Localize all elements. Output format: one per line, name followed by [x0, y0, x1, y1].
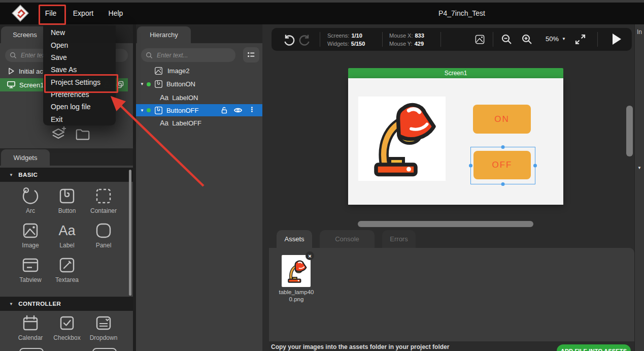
container-icon — [93, 186, 114, 206]
widget-textarea[interactable]: Textarea — [49, 255, 85, 283]
menu-item-project-settings[interactable]: Project Settings — [43, 76, 116, 88]
toolbar-separator — [440, 32, 441, 47]
menu-item-save[interactable]: Save — [43, 51, 116, 63]
add-button-label: ADD FILE INTO ASSETS — [561, 348, 627, 351]
state-dot — [147, 82, 151, 86]
label-aa-icon: Aa — [160, 93, 168, 102]
asset-thumbnail[interactable] — [282, 255, 311, 287]
selection-handle[interactable] — [501, 145, 505, 149]
screens-row-label: Screen1 — [19, 81, 44, 89]
button-icon — [153, 105, 164, 116]
menu-item-exit[interactable]: Exit — [43, 113, 116, 125]
widget-image[interactable]: Image — [13, 220, 48, 249]
widget-label: Tabview — [19, 276, 41, 283]
fit-zoom-icon[interactable] — [574, 33, 587, 46]
menu-item-open[interactable]: Open — [43, 39, 116, 51]
widget-label: Dropdown — [90, 334, 118, 341]
widget-button[interactable]: Button — [49, 186, 85, 214]
menu-help[interactable]: Help — [106, 5, 126, 22]
tree-item-label: LabelOFF — [172, 119, 201, 127]
toolbar-separator — [493, 32, 493, 47]
tree-item-label: LabelON — [172, 94, 198, 102]
menu-file[interactable]: File — [39, 5, 63, 22]
play-button[interactable] — [613, 34, 621, 45]
menu-item-new[interactable]: New — [43, 26, 116, 39]
menu-item-open-log-file[interactable]: Open log file — [43, 101, 116, 113]
selection-handle[interactable] — [501, 182, 505, 186]
widget-tabview[interactable]: Tabview — [13, 255, 48, 283]
collapse-icon: ▼ — [9, 302, 13, 306]
zoom-level-dropdown[interactable]: 50%▼ — [546, 35, 566, 43]
image-icon — [20, 220, 41, 241]
app-logo[interactable] — [11, 4, 29, 22]
widget-label: Label — [59, 242, 74, 249]
menu-item-preferences[interactable]: Preferences — [43, 88, 116, 101]
expander-icon[interactable]: ▼ — [140, 108, 144, 113]
asset-delete-button[interactable]: × — [306, 251, 314, 260]
duplicate-icon[interactable] — [116, 80, 124, 89]
background-image-icon[interactable] — [473, 33, 486, 46]
expander-icon[interactable]: ▼ — [140, 82, 144, 86]
tree-item-label: ButtonON — [166, 80, 195, 88]
lamp-image-widget[interactable] — [358, 97, 446, 181]
hierarchy-item-image2[interactable]: Image2 — [136, 65, 262, 77]
widget-cutoff-icon — [19, 348, 44, 351]
widget-calendar[interactable]: Calendar — [13, 313, 48, 341]
widget-container[interactable]: Container — [86, 186, 121, 214]
inspector-caret-icon[interactable]: ▼ — [637, 166, 641, 170]
hierarchy-item-labeloff[interactable]: Aa LabelOFF — [136, 117, 262, 129]
menubar — [0, 3, 644, 24]
hierarchy-view-options-button[interactable] — [243, 47, 259, 62]
tab-assets[interactable]: Assets — [277, 230, 312, 248]
collapse-icon: ▼ — [9, 173, 13, 177]
toolbar-separator — [597, 32, 598, 47]
redo-icon[interactable] — [299, 34, 311, 46]
toolbar-separator — [320, 32, 320, 47]
section-basic[interactable]: ▼ BASIC — [0, 168, 133, 182]
search-icon — [146, 52, 153, 59]
undo-icon[interactable] — [283, 34, 295, 46]
image-icon — [153, 66, 164, 76]
tab-hierarchy[interactable]: Hierarchy — [137, 26, 191, 43]
open-folder-button[interactable] — [74, 126, 91, 142]
eye-icon[interactable] — [233, 107, 243, 114]
menu-item-save-as[interactable]: Save As — [43, 63, 116, 76]
checkbox-icon — [57, 313, 77, 333]
tab-console[interactable]: Console — [320, 230, 375, 248]
tab-errors[interactable]: Errors — [382, 230, 416, 248]
tab-widgets[interactable]: Widgets — [1, 149, 50, 166]
add-file-into-assets-button[interactable]: ADD FILE INTO ASSETS — [557, 344, 631, 351]
arc-icon — [20, 186, 41, 206]
hierarchy-item-buttonoff[interactable]: ▼ ButtonOFF ⋮ — [136, 104, 262, 116]
selection-box[interactable] — [470, 147, 535, 184]
monitor-icon — [7, 81, 16, 89]
screen-titlebar[interactable]: Screen1 — [348, 68, 563, 78]
unlock-icon[interactable] — [220, 106, 228, 114]
inspector-strip[interactable]: In ▼ — [634, 24, 644, 351]
hierarchy-search-input[interactable] — [156, 51, 231, 59]
widget-label: Container — [90, 207, 117, 214]
selection-handle[interactable] — [533, 164, 537, 168]
selection-handle[interactable] — [469, 164, 472, 168]
canvas-h-scrollbar[interactable] — [358, 221, 533, 227]
menu-export[interactable]: Export — [70, 5, 96, 22]
widget-dropdown[interactable]: Dropdown — [86, 313, 121, 341]
hierarchy-item-buttonon[interactable]: ▼ ButtonON — [136, 78, 262, 90]
add-screen-button[interactable] — [50, 125, 68, 143]
widget-checkbox[interactable]: Checkbox — [49, 313, 85, 341]
mouse-coordinates: Mouse X:833 Mouse Y:429 — [389, 31, 424, 48]
section-controller[interactable]: ▼ CONTROLLER — [0, 297, 133, 311]
hierarchy-search[interactable] — [141, 48, 235, 62]
canvas-v-scrollbar[interactable] — [626, 106, 633, 156]
widgets-scrollbar[interactable] — [129, 170, 131, 296]
more-options-icon[interactable]: ⋮ — [249, 106, 255, 113]
zoom-in-icon[interactable] — [521, 34, 533, 45]
widget-arc[interactable]: Arc — [13, 186, 48, 214]
zoom-out-icon[interactable] — [501, 34, 513, 45]
tab-screens[interactable]: Screens — [1, 26, 49, 43]
on-button-widget[interactable]: ON — [473, 105, 531, 134]
widget-panel[interactable]: Panel — [86, 220, 121, 249]
hierarchy-item-labelon[interactable]: Aa LabelON — [136, 92, 262, 103]
widget-label-item[interactable]: Aa Label — [49, 220, 85, 249]
assets-footer: Copy your images into the assets folder … — [269, 341, 634, 351]
